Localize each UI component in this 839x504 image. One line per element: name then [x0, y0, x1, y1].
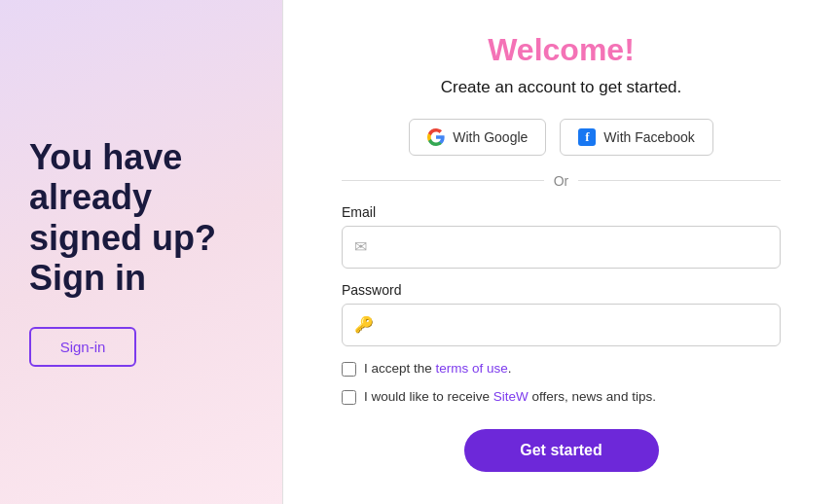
password-label: Password: [342, 282, 781, 298]
newsletter-label: I would like to receive SiteW offers, ne…: [364, 388, 656, 407]
or-line-right: [578, 180, 781, 181]
email-input[interactable]: [375, 238, 768, 255]
terms-link[interactable]: terms of use: [436, 361, 508, 376]
facebook-btn-label: With Facebook: [603, 129, 694, 145]
social-buttons: With Google f With Facebook: [409, 119, 712, 156]
welcome-title: Welcome!: [488, 32, 635, 68]
get-started-button[interactable]: Get started: [464, 429, 659, 472]
google-btn-label: With Google: [453, 129, 528, 145]
left-panel: You have already signed up? Sign in Sign…: [0, 0, 282, 504]
email-icon: ✉: [354, 237, 367, 256]
right-panel: Welcome! Create an account to get starte…: [283, 0, 839, 504]
terms-label: I accept the terms of use.: [364, 360, 512, 378]
left-heading: You have already signed up? Sign in: [29, 137, 253, 299]
or-text: Or: [554, 173, 569, 189]
password-group: Password 🔑: [342, 282, 781, 346]
facebook-signin-button[interactable]: f With Facebook: [560, 119, 712, 156]
newsletter-checkbox-group: I would like to receive SiteW offers, ne…: [342, 388, 781, 407]
password-input-wrapper: 🔑: [342, 304, 781, 346]
password-input[interactable]: [382, 316, 768, 333]
sitew-link: SiteW: [493, 389, 529, 404]
or-divider: Or: [342, 173, 781, 189]
facebook-icon: f: [578, 128, 596, 146]
key-icon: 🔑: [354, 315, 374, 334]
terms-checkbox[interactable]: [342, 362, 356, 377]
signin-button[interactable]: Sign-in: [29, 327, 136, 367]
email-label: Email: [342, 204, 781, 220]
google-signin-button[interactable]: With Google: [409, 119, 546, 156]
newsletter-checkbox[interactable]: [342, 390, 356, 405]
google-icon: [427, 128, 445, 146]
subtitle: Create an account to get started.: [441, 78, 682, 97]
terms-checkbox-group: I accept the terms of use.: [342, 360, 781, 378]
email-group: Email ✉: [342, 204, 781, 269]
or-line-left: [342, 180, 544, 181]
email-input-wrapper: ✉: [342, 226, 781, 269]
